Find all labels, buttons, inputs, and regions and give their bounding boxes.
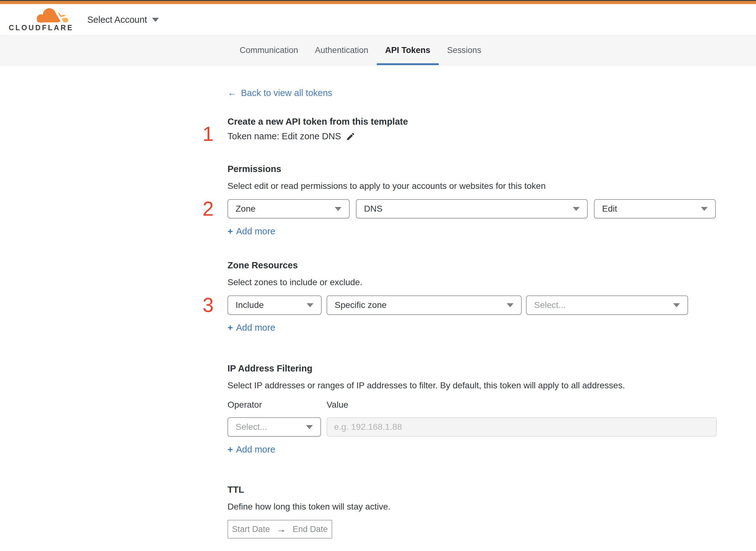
plus-icon: + xyxy=(227,322,233,333)
permission-category-select[interactable]: DNS xyxy=(356,199,588,218)
permissions-add-more-link[interactable]: + Add more xyxy=(227,226,275,236)
permission-level-value: Edit xyxy=(602,204,617,214)
ip-filtering-heading: IP Address Filtering xyxy=(227,363,717,374)
chevron-down-icon xyxy=(507,303,514,307)
zone-type-value: Specific zone xyxy=(335,300,387,310)
edit-pencil-icon[interactable] xyxy=(346,132,355,141)
cloudflare-wordmark: CLOUDFLARE xyxy=(9,24,69,32)
zone-name-placeholder: Select... xyxy=(534,300,566,310)
ip-filtering-add-more-link[interactable]: + Add more xyxy=(227,444,275,455)
end-date-placeholder: End Date xyxy=(292,525,328,534)
cloudflare-cloud-icon xyxy=(35,7,69,23)
zone-resources-section: Zone Resources Select zones to include o… xyxy=(227,260,717,333)
chevron-down-icon xyxy=(335,207,341,211)
ip-operator-select[interactable]: Select... xyxy=(227,417,321,437)
chevron-down-icon xyxy=(701,207,708,211)
permissions-description: Select edit or read permissions to apply… xyxy=(227,181,717,191)
main-content: ← Back to view all tokens 1 Create a new… xyxy=(227,65,717,551)
zone-resources-heading: Zone Resources xyxy=(227,260,717,270)
brand-accent-bar xyxy=(0,1,756,4)
back-arrow-icon: ← xyxy=(227,87,237,98)
plus-icon: + xyxy=(227,226,233,236)
zone-resources-add-more-link[interactable]: + Add more xyxy=(227,322,275,333)
tab-authentication[interactable]: Authentication xyxy=(307,36,377,65)
account-selector[interactable]: Select Account xyxy=(87,15,159,25)
permission-scope-value: Zone xyxy=(235,204,255,214)
token-name-section: 1 Create a new API token from this templ… xyxy=(227,116,717,141)
create-token-heading: Create a new API token from this templat… xyxy=(227,116,717,127)
ttl-heading: TTL xyxy=(227,485,717,495)
back-to-tokens-link[interactable]: ← Back to view all tokens xyxy=(227,87,332,98)
zone-include-select[interactable]: Include xyxy=(227,296,321,315)
cloudflare-logo: CLOUDFLARE xyxy=(9,7,69,32)
zone-name-select[interactable]: Select... xyxy=(526,296,688,315)
zone-include-value: Include xyxy=(235,300,264,310)
chevron-down-icon xyxy=(673,303,680,307)
ip-value-input[interactable] xyxy=(326,417,717,437)
zone-type-select[interactable]: Specific zone xyxy=(326,296,522,315)
tab-communication[interactable]: Communication xyxy=(231,36,307,65)
tab-api-tokens[interactable]: API Tokens xyxy=(377,36,439,65)
app-header: CLOUDFLARE Select Account xyxy=(0,4,756,36)
token-name-value: Token name: Edit zone DNS xyxy=(227,131,341,141)
account-selector-label: Select Account xyxy=(87,15,147,25)
add-more-label: Add more xyxy=(236,226,275,236)
permission-scope-select[interactable]: Zone xyxy=(227,199,349,218)
permissions-heading: Permissions xyxy=(227,164,717,174)
operator-column-label: Operator xyxy=(227,400,326,410)
ttl-date-range-field[interactable]: Start Date → End Date xyxy=(227,520,332,539)
step-number-2: 2 xyxy=(202,199,214,219)
step-number-1: 1 xyxy=(202,124,214,144)
value-column-label: Value xyxy=(326,400,348,410)
zone-resources-description: Select zones to include or exclude. xyxy=(227,278,717,288)
ttl-description: Define how long this token will stay act… xyxy=(227,502,717,512)
chevron-down-icon xyxy=(152,18,159,22)
plus-icon: + xyxy=(227,444,233,455)
permission-category-value: DNS xyxy=(364,204,383,214)
add-more-label: Add more xyxy=(236,323,275,333)
profile-tabbar: Communication Authentication API Tokens … xyxy=(0,36,756,65)
chevron-down-icon xyxy=(307,303,313,307)
step-number-3: 3 xyxy=(202,295,214,315)
ip-filtering-section: IP Address Filtering Select IP addresses… xyxy=(227,363,717,455)
add-more-label: Add more xyxy=(236,444,275,455)
start-date-placeholder: Start Date xyxy=(232,525,270,534)
back-link-label: Back to view all tokens xyxy=(241,88,332,98)
ttl-section: TTL Define how long this token will stay… xyxy=(227,485,717,539)
permissions-section: Permissions Select edit or read permissi… xyxy=(227,164,717,236)
ip-filtering-description: Select IP addresses or ranges of IP addr… xyxy=(227,381,717,391)
chevron-down-icon xyxy=(573,207,580,211)
ip-operator-placeholder: Select... xyxy=(235,422,267,432)
tab-sessions[interactable]: Sessions xyxy=(439,36,490,65)
range-arrow-icon: → xyxy=(277,524,286,534)
permission-level-select[interactable]: Edit xyxy=(594,199,716,218)
chevron-down-icon xyxy=(306,425,313,429)
